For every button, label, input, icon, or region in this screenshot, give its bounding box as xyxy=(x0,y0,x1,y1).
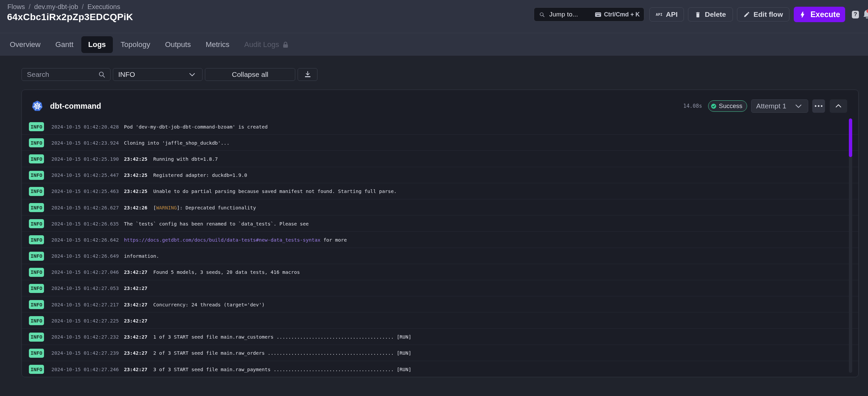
log-time-prefix: 23:42:27 xyxy=(124,286,148,291)
log-level-badge: INFO xyxy=(29,122,44,131)
jump-to-search[interactable]: Jump to... Ctrl/Cmd + K xyxy=(534,7,644,22)
log-message: 23:42:26 [WARNING]: Deprecated functiona… xyxy=(124,205,256,210)
log-timestamp: 2024-10-15 01:42:25.447 xyxy=(52,172,119,178)
breadcrumb-flow-id[interactable]: dev.my-dbt-job xyxy=(34,3,78,11)
log-row: INFO2024-10-15 01:42:27.23923:42:27 2 of… xyxy=(22,345,858,361)
edit-flow-button[interactable]: Edit flow xyxy=(737,7,789,22)
log-message: The `tests` config has been renamed to `… xyxy=(124,221,309,227)
task-log-header: dbt-command 14.08s Success Attempt 1 xyxy=(22,90,858,119)
tab-metrics[interactable]: Metrics xyxy=(206,40,229,49)
ellipsis-icon xyxy=(814,105,823,107)
download-logs-button[interactable] xyxy=(298,68,317,81)
log-time-prefix: 23:42:27 xyxy=(124,302,153,307)
log-list: INFO2024-10-15 01:42:20.428Pod 'dev-my-d… xyxy=(22,119,858,377)
log-row: INFO2024-10-15 01:42:26.635The `tests` c… xyxy=(22,216,858,232)
task-menu-button[interactable] xyxy=(812,99,825,113)
log-row: INFO2024-10-15 01:42:27.23223:42:27 1 of… xyxy=(22,329,858,345)
help-icon: ? xyxy=(854,11,857,18)
breadcrumb-flows[interactable]: Flows xyxy=(7,3,25,11)
log-row: INFO2024-10-15 01:42:20.428Pod 'dev-my-d… xyxy=(22,119,858,135)
download-icon xyxy=(304,70,312,78)
search-input[interactable]: Search xyxy=(22,68,111,81)
edit-flow-button-label: Edit flow xyxy=(753,10,783,19)
log-level-badge: INFO xyxy=(29,365,44,374)
log-time-prefix: 23:42:27 xyxy=(124,350,153,356)
tab-overview[interactable]: Overview xyxy=(10,40,41,49)
log-time-prefix: 23:42:27 xyxy=(124,367,153,372)
attempt-value: Attempt 1 xyxy=(756,102,786,110)
log-text: Cloning into 'jaffle_shop_duckdb'... xyxy=(124,140,229,146)
tab-label: Audit Logs xyxy=(244,40,279,49)
log-text: 1 of 3 START seed file main.raw_customer… xyxy=(153,334,411,340)
log-message: Pod 'dev-my-dbt-job-dbt-command-bzoam' i… xyxy=(124,124,268,130)
attempt-select[interactable]: Attempt 1 xyxy=(751,99,808,113)
breadcrumb-executions[interactable]: Executions xyxy=(87,3,120,11)
log-level-badge: INFO xyxy=(29,171,44,180)
log-row: INFO2024-10-15 01:42:26.649information. xyxy=(22,248,858,264)
log-timestamp: 2024-10-15 01:42:26.635 xyxy=(52,221,119,227)
help-button[interactable]: ? xyxy=(852,11,859,19)
lock-icon xyxy=(282,41,288,48)
keyboard-icon xyxy=(595,12,601,17)
api-button[interactable]: API API xyxy=(649,7,684,22)
collapse-all-button[interactable]: Collapse all xyxy=(205,68,295,81)
log-warning-text: WARNING xyxy=(156,205,177,210)
log-row: INFO2024-10-15 01:42:25.19023:42:25 Runn… xyxy=(22,151,858,167)
tab-topology[interactable]: Topology xyxy=(121,40,150,49)
log-timestamp: 2024-10-15 01:42:27.232 xyxy=(52,334,119,340)
log-timestamp: 2024-10-15 01:42:26.627 xyxy=(52,205,119,210)
log-text: 3 of 3 START seed file main.raw_payments… xyxy=(153,367,411,372)
log-timestamp: 2024-10-15 01:42:25.190 xyxy=(52,156,119,162)
log-text: information. xyxy=(124,253,159,259)
log-text: Found 5 models, 3 seeds, 20 data tests, … xyxy=(153,269,300,275)
task-log-panel: dbt-command 14.08s Success Attempt 1 INF… xyxy=(22,90,859,377)
log-text: [ xyxy=(153,205,156,210)
page-title: 64xCbc1iRx2pZp3EDCQPiK xyxy=(7,12,133,23)
log-message: 23:42:27 1 of 3 START seed file main.raw… xyxy=(124,334,411,340)
delete-button[interactable]: Delete xyxy=(688,7,733,22)
execute-button-label: Execute xyxy=(811,10,840,19)
log-level-badge: INFO xyxy=(29,268,44,277)
log-message: 23:42:25 Registered adapter: duckdb=1.9.… xyxy=(124,172,247,178)
log-time-prefix: 23:42:25 xyxy=(124,172,153,178)
log-message: 23:42:27 Found 5 models, 3 seeds, 20 dat… xyxy=(124,269,300,275)
log-row: INFO2024-10-15 01:42:25.46323:42:25 Unab… xyxy=(22,183,858,199)
log-row: INFO2024-10-15 01:42:27.22523:42:27 xyxy=(22,312,858,329)
log-timestamp: 2024-10-15 01:42:25.463 xyxy=(52,189,119,194)
log-filter-row: Search INFO Collapse all xyxy=(22,68,317,81)
jump-to-shortcut: Ctrl/Cmd + K xyxy=(604,11,640,18)
log-time-prefix: 23:42:25 xyxy=(124,156,153,162)
log-time-prefix: 23:42:27 xyxy=(124,318,148,324)
log-row: INFO2024-10-15 01:42:23.924Cloning into … xyxy=(22,135,858,151)
log-level-badge: INFO xyxy=(29,138,44,147)
breadcrumb-separator: / xyxy=(82,3,84,11)
log-level-badge: INFO xyxy=(29,252,44,261)
log-text: for more xyxy=(320,237,347,243)
log-time-prefix: 23:42:26 xyxy=(124,205,153,210)
log-time-prefix: 23:42:25 xyxy=(124,189,153,194)
execute-button[interactable]: Execute xyxy=(794,7,845,22)
tab-gantt[interactable]: Gantt xyxy=(55,40,73,49)
notifications-bell-button[interactable] xyxy=(862,9,868,20)
log-link[interactable]: https://docs.getdbt.com/docs/build/data-… xyxy=(124,237,320,243)
log-scrollbar-thumb[interactable] xyxy=(849,119,852,157)
breadcrumb-separator: / xyxy=(29,3,31,11)
log-message: https://docs.getdbt.com/docs/build/data-… xyxy=(124,237,347,243)
log-message: Cloning into 'jaffle_shop_duckdb'... xyxy=(124,140,229,146)
log-message: 23:42:27 2 of 3 START seed file main.raw… xyxy=(124,350,411,356)
log-message: information. xyxy=(124,253,159,259)
log-text: 2 of 3 START seed file main.raw_orders .… xyxy=(153,350,411,356)
log-level-badge: INFO xyxy=(29,203,44,212)
tab-logs[interactable]: Logs xyxy=(81,36,113,53)
task-name: dbt-command xyxy=(50,102,101,111)
log-timestamp: 2024-10-15 01:42:27.217 xyxy=(52,302,119,307)
log-level-select[interactable]: INFO xyxy=(113,68,203,81)
task-duration: 14.08s xyxy=(683,103,702,109)
tab-audit-logs: Audit Logs xyxy=(244,40,288,49)
log-timestamp: 2024-10-15 01:42:26.649 xyxy=(52,253,119,259)
tab-outputs[interactable]: Outputs xyxy=(165,40,191,49)
breadcrumb: Flows / dev.my-dbt-job / Executions xyxy=(7,3,120,11)
collapse-task-button[interactable] xyxy=(830,99,847,113)
api-icon: API xyxy=(656,12,662,17)
search-icon xyxy=(539,12,545,18)
